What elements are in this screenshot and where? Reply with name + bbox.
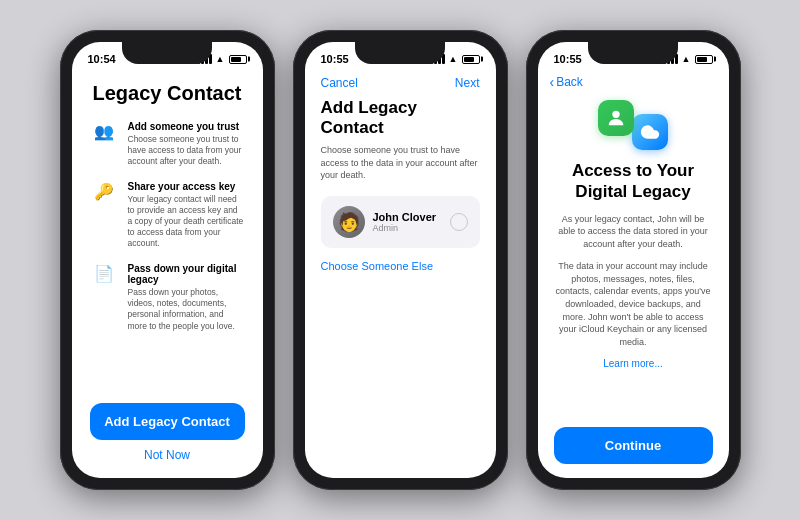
screen3-content: Access to YourDigital Legacy As your leg…: [538, 96, 729, 478]
back-label: Back: [556, 75, 583, 89]
avatar-emoji: 🧑: [338, 213, 360, 231]
contact-avatar: 🧑: [333, 206, 365, 238]
back-chevron-icon: ‹: [550, 74, 555, 90]
svg-point-0: [612, 111, 619, 118]
phone-3: 10:55 ▲ ‹ Back: [526, 30, 741, 490]
notch-3: [588, 42, 678, 64]
battery-1: [229, 55, 247, 64]
wifi-icon-2: ▲: [449, 54, 458, 64]
feature-icon-2: 🔑: [90, 181, 118, 201]
feature-text-2: Share your access key Your legacy contac…: [128, 181, 245, 249]
feature-heading-2: Share your access key: [128, 181, 245, 192]
screen2-title: Add Legacy Contact: [321, 98, 480, 138]
screen1-content: Legacy Contact 👥 Add someone you trust C…: [72, 70, 263, 478]
time-3: 10:55: [554, 53, 582, 65]
feature-heading-3: Pass down your digital legacy: [128, 263, 245, 285]
feature-item-3: 📄 Pass down your digital legacy Pass dow…: [90, 263, 245, 331]
legacy-icon-container: [598, 100, 668, 150]
wifi-icon-3: ▲: [682, 54, 691, 64]
feature-desc-2: Your legacy contact will need to provide…: [128, 194, 245, 249]
wifi-icon-1: ▲: [216, 54, 225, 64]
screen3-title: Access to YourDigital Legacy: [572, 160, 694, 203]
contact-info: John Clover Admin: [373, 211, 450, 233]
battery-fill-1: [231, 57, 242, 62]
screen3-desc2: The data in your account may include pho…: [554, 260, 713, 348]
screen3-desc1: As your legacy contact, John will be abl…: [554, 213, 713, 251]
screen1-title: Legacy Contact: [90, 82, 245, 105]
back-button[interactable]: ‹ Back: [550, 74, 583, 90]
feature-desc-1: Choose someone you trust to have access …: [128, 134, 245, 167]
contact-role: Admin: [373, 223, 450, 233]
screen3-bottom: Continue: [554, 427, 713, 464]
feature-text-3: Pass down your digital legacy Pass down …: [128, 263, 245, 331]
cancel-button[interactable]: Cancel: [321, 76, 358, 90]
screen2-desc: Choose someone you trust to have access …: [321, 144, 480, 182]
feature-item-2: 🔑 Share your access key Your legacy cont…: [90, 181, 245, 249]
not-now-button[interactable]: Not Now: [90, 448, 245, 462]
add-legacy-contact-button[interactable]: Add Legacy Contact: [90, 403, 245, 440]
cloud-icon: [632, 114, 668, 150]
learn-more-link[interactable]: Learn more...: [603, 358, 662, 369]
notch-2: [355, 42, 445, 64]
person-icon: [598, 100, 634, 136]
phones-container: 10:54 ▲ Legacy Contact: [60, 30, 741, 490]
feature-desc-3: Pass down your photos, videos, notes, do…: [128, 287, 245, 331]
screen2-content: Add Legacy Contact Choose someone you tr…: [305, 98, 496, 478]
contact-name: John Clover: [373, 211, 450, 223]
phone-1: 10:54 ▲ Legacy Contact: [60, 30, 275, 490]
radio-circle[interactable]: [450, 213, 468, 231]
feature-icon-3: 📄: [90, 263, 118, 283]
continue-button[interactable]: Continue: [554, 427, 713, 464]
notch-1: [122, 42, 212, 64]
feature-icon-1: 👥: [90, 121, 118, 141]
phone-2: 10:55 ▲ Cancel Next: [293, 30, 508, 490]
screen2-nav: Cancel Next: [305, 70, 496, 98]
time-1: 10:54: [88, 53, 116, 65]
feature-heading-1: Add someone you trust: [128, 121, 245, 132]
screen3-nav: ‹ Back: [538, 70, 729, 96]
feature-text-1: Add someone you trust Choose someone you…: [128, 121, 245, 167]
phone-2-screen: 10:55 ▲ Cancel Next: [305, 42, 496, 478]
phone-3-screen: 10:55 ▲ ‹ Back: [538, 42, 729, 478]
phone-1-screen: 10:54 ▲ Legacy Contact: [72, 42, 263, 478]
feature-item-1: 👥 Add someone you trust Choose someone y…: [90, 121, 245, 167]
battery-3: [695, 55, 713, 64]
contact-card[interactable]: 🧑 John Clover Admin: [321, 196, 480, 248]
time-2: 10:55: [321, 53, 349, 65]
choose-someone-else-button[interactable]: Choose Someone Else: [321, 260, 480, 272]
battery-2: [462, 55, 480, 64]
next-button[interactable]: Next: [455, 76, 480, 90]
